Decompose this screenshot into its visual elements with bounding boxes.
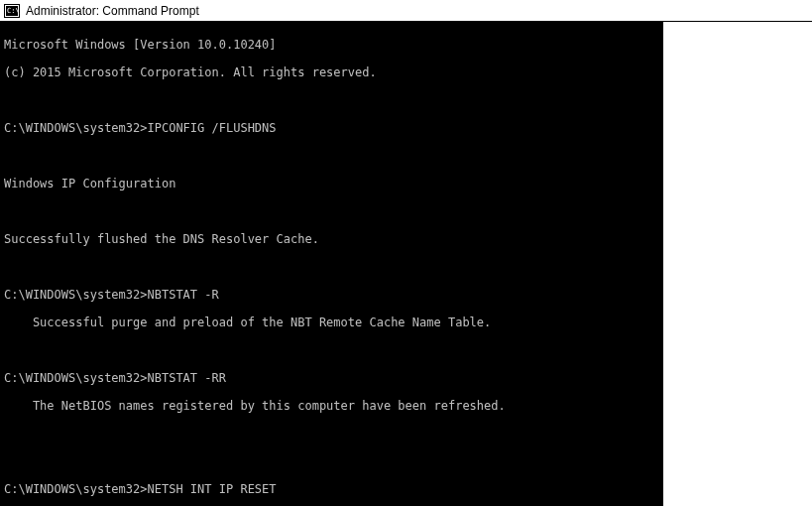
terminal-line: Successful purge and preload of the NBT … [4,316,659,329]
title-bar[interactable]: C:\ Administrator: Command Prompt [0,0,812,22]
terminal-blank [4,343,659,357]
terminal-output[interactable]: Microsoft Windows [Version 10.0.10240] (… [0,22,663,506]
terminal-blank [4,454,659,468]
terminal-blank [4,204,659,218]
terminal-line: (c) 2015 Microsoft Corporation. All righ… [4,65,659,79]
terminal-blank [4,93,659,107]
terminal-prompt: C:\WINDOWS\system32>NBTSTAT -RR [4,371,659,385]
terminal-prompt: C:\WINDOWS\system32>IPCONFIG /FLUSHDNS [4,121,659,135]
terminal-line: The NetBIOS names registered by this com… [4,399,659,413]
terminal-blank [4,260,659,274]
terminal-line: Successfully flushed the DNS Resolver Ca… [4,232,659,246]
cmd-icon: C:\ [4,4,20,18]
terminal-line: Microsoft Windows [Version 10.0.10240] [4,38,659,52]
terminal-prompt: C:\WINDOWS\system32>NBTSTAT -R [4,288,659,302]
svg-text:C:\: C:\ [7,7,20,15]
terminal-blank [4,427,659,441]
window-title: Administrator: Command Prompt [26,4,199,18]
terminal-blank [4,149,659,163]
terminal-line: Windows IP Configuration [4,177,659,190]
terminal-prompt: C:\WINDOWS\system32>NETSH INT IP RESET [4,482,659,496]
